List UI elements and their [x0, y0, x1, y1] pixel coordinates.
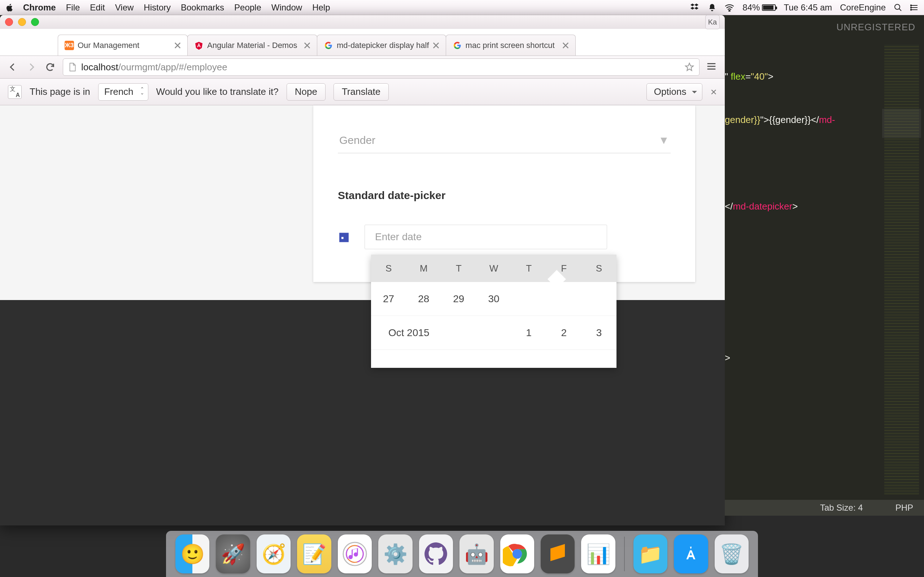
menu-window[interactable]: Window [271, 3, 302, 13]
calendar-day[interactable]: 28 [406, 293, 441, 305]
svg-rect-6 [339, 233, 349, 235]
chrome-window: Ka ЖЗ Our Management Angular Material - … [0, 15, 725, 525]
window-close-button[interactable] [5, 18, 13, 26]
sublime-minimap-viewport[interactable] [882, 109, 921, 138]
dock-github[interactable] [419, 534, 453, 574]
wifi-icon[interactable] [724, 3, 735, 11]
dock-itunes[interactable] [338, 534, 372, 574]
notification-center-icon[interactable] [910, 3, 919, 12]
dock-finder[interactable]: 🙂 [175, 534, 209, 574]
section-title: Standard date-picker [338, 189, 670, 201]
svg-rect-7 [341, 237, 344, 239]
tab-our-management[interactable]: ЖЗ Our Management [58, 35, 188, 56]
tab-mac-print-screen[interactable]: mac print screen shortcut [446, 35, 576, 56]
menu-history[interactable]: History [144, 3, 171, 13]
bookmark-star-icon[interactable] [685, 62, 694, 72]
sublime-tab-size[interactable]: Tab Size: 4 [820, 503, 863, 513]
dock-app-store[interactable] [674, 534, 708, 574]
dropbox-icon[interactable] [690, 3, 700, 12]
sublime-language[interactable]: PHP [895, 503, 913, 513]
menubar-user[interactable]: CoreEngine [840, 3, 886, 13]
calendar-row [371, 350, 617, 368]
gender-placeholder: Gender [339, 134, 375, 147]
battery-indicator[interactable]: 84% [743, 3, 775, 13]
menu-edit[interactable]: Edit [90, 3, 105, 13]
google-favicon-icon [324, 41, 333, 50]
tab-close-icon[interactable] [304, 42, 310, 49]
gender-select[interactable]: Gender ▼ [338, 131, 670, 153]
tab-close-icon[interactable] [562, 42, 569, 49]
notifications-icon[interactable] [708, 3, 716, 12]
dock-documents[interactable]: 📁 [633, 534, 667, 574]
translate-options-button[interactable]: Options [646, 83, 703, 101]
calendar-month-label: Oct 2015 [371, 327, 476, 338]
menu-help[interactable]: Help [312, 3, 330, 13]
translate-language-select[interactable]: French [98, 83, 149, 101]
dock-chrome[interactable] [500, 534, 534, 574]
menubar-app-name[interactable]: Chrome [23, 3, 56, 13]
dock-launchpad[interactable]: 🚀 [216, 534, 250, 574]
dock-safari[interactable]: 🧭 [257, 534, 291, 574]
xampp-favicon-icon: ЖЗ [65, 41, 74, 50]
url-path: /ourmgmt/app/#/employee [118, 62, 228, 73]
date-input[interactable]: Enter date [365, 225, 607, 249]
tab-close-icon[interactable] [174, 42, 181, 49]
tab-angular-material[interactable]: Angular Material - Demos [187, 35, 317, 56]
calendar-day[interactable]: 2 [546, 327, 582, 338]
svg-point-0 [729, 10, 730, 11]
date-placeholder: Enter date [375, 231, 422, 243]
svg-point-4 [911, 9, 912, 10]
tab-close-icon[interactable] [433, 42, 439, 49]
window-minimize-button[interactable] [18, 18, 26, 26]
calendar-day[interactable]: 27 [371, 293, 406, 305]
dow: T [512, 263, 546, 274]
translate-translate-button[interactable]: Translate [333, 83, 389, 101]
menu-bookmarks[interactable]: Bookmarks [181, 3, 224, 13]
sublime-code-area[interactable]: " flex="40"> gender}}">{{gender}}</md- <… [725, 66, 884, 369]
dock-numbers[interactable]: 📊 [581, 534, 615, 574]
calendar-dow-header: S M T W T F S [371, 255, 617, 282]
spotlight-icon[interactable] [894, 3, 902, 12]
chrome-tabstrip: ЖЗ Our Management Angular Material - Dem… [58, 35, 575, 56]
apple-logo-icon[interactable] [5, 3, 15, 12]
reload-button[interactable] [44, 61, 56, 73]
translate-close-button[interactable]: × [710, 86, 717, 98]
calendar-day[interactable]: 29 [441, 293, 476, 305]
omnibox[interactable]: localhost/ourmgmt/app/#/employee [63, 58, 699, 76]
datepicker-popover: S M T W T F S 27 28 29 30 Oct 2015 1 2 3 [371, 255, 617, 368]
mac-menubar: Chrome File Edit View History Bookmarks … [0, 0, 924, 15]
calendar-day[interactable]: 30 [476, 293, 511, 305]
svg-rect-5 [339, 235, 349, 242]
dock-system-preferences[interactable]: ⚙️ [378, 534, 412, 574]
google-favicon-icon [452, 41, 462, 50]
translate-nope-button[interactable]: Nope [287, 83, 326, 101]
forward-button[interactable] [25, 61, 37, 73]
menubar-clock[interactable]: Tue 6:45 am [783, 3, 832, 13]
chrome-titlebar: Ka [0, 15, 725, 29]
tab-title: Our Management [78, 41, 171, 50]
menu-view[interactable]: View [115, 3, 134, 13]
svg-point-3 [911, 7, 912, 8]
calendar-icon[interactable] [338, 231, 350, 243]
tab-md-datepicker[interactable]: md-datepicker display half [317, 35, 446, 56]
dock-automator[interactable]: 🤖 [459, 534, 493, 574]
calendar-day[interactable]: 3 [582, 327, 617, 338]
back-button[interactable] [6, 61, 19, 73]
dow: F [546, 263, 582, 274]
sublime-window: UNREGISTERED " flex="40"> gender}}">{{ge… [725, 15, 924, 516]
window-zoom-button[interactable] [31, 18, 39, 26]
menu-file[interactable]: File [66, 3, 80, 13]
tab-title: Angular Material - Demos [207, 41, 300, 50]
chevron-down-icon: ▼ [658, 134, 669, 147]
translate-question: Would you like to translate it? [156, 86, 279, 97]
calendar-row: Oct 2015 1 2 3 [371, 316, 617, 350]
dock-separator [624, 537, 625, 571]
dow: W [476, 263, 511, 274]
dock-sublime[interactable] [541, 534, 575, 574]
chrome-menu-button[interactable] [706, 61, 718, 73]
dock-trash[interactable]: 🗑️ [715, 534, 749, 574]
chrome-profile-avatar[interactable]: Ka [705, 15, 720, 29]
dock-notes[interactable]: 📝 [297, 534, 331, 574]
calendar-day[interactable]: 1 [512, 327, 546, 338]
menu-people[interactable]: People [234, 3, 261, 13]
